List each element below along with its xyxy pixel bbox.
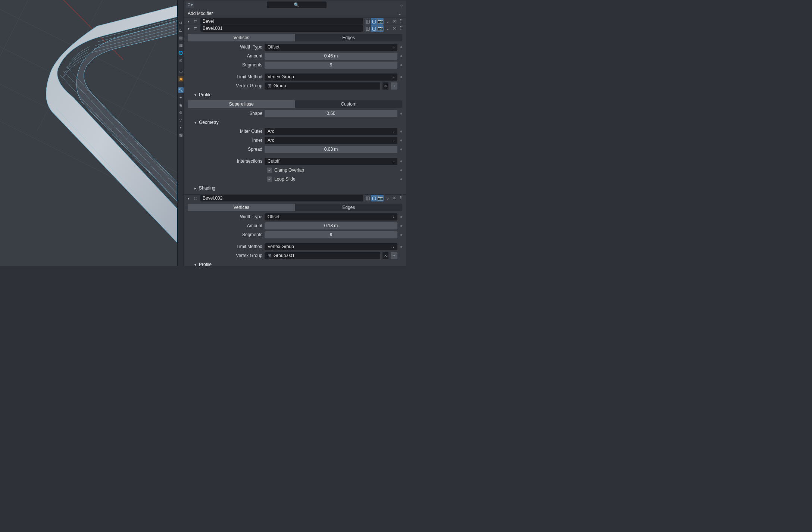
profile-section-toggle[interactable]: ▾Profile <box>188 91 402 99</box>
vertex-group-icon: ⊞ <box>267 83 272 88</box>
mode-edit-icon[interactable]: ◫ <box>365 25 371 32</box>
width-type-dropdown[interactable]: Offset⌄ <box>265 44 397 51</box>
amount-label: Amount <box>188 223 262 228</box>
tab-mesh-icon[interactable]: ▽ <box>178 117 184 123</box>
add-modifier-button[interactable]: Add Modifier ⌄ <box>184 9 406 18</box>
limit-method-dropdown[interactable]: Vertex Group⌄ <box>265 73 397 81</box>
clear-vertex-group-icon[interactable]: ✕ <box>382 82 388 90</box>
viewport-3d[interactable] <box>0 0 177 266</box>
anim-dot-icon[interactable] <box>400 246 402 248</box>
segments-field[interactable]: 9 <box>265 231 397 238</box>
tab-modifiers-icon[interactable]: 🔧 <box>178 87 184 93</box>
loop-slide-label: Loop Slide <box>274 176 296 182</box>
mode-realtime-icon[interactable]: ▢ <box>371 195 377 201</box>
segments-label: Segments <box>188 62 262 68</box>
properties-tab-strip: ⚙ 🗀 ▤ ▦ 🌐 ◎ ▭ ▣ 🔧 ✦ ◉ ⊚ ▽ ● ▩ <box>177 0 184 266</box>
loop-slide-checkbox[interactable] <box>267 176 272 182</box>
modifier-name-input[interactable]: Bevel.001 <box>200 25 363 32</box>
tab-render-icon[interactable]: ⚙ <box>178 20 184 26</box>
anim-dot-icon[interactable] <box>400 55 402 57</box>
inner-dropdown[interactable]: Arc⌄ <box>265 137 397 144</box>
options-chevron-icon[interactable]: ⌄ <box>399 2 404 7</box>
tab-world-icon[interactable]: 🌐 <box>178 50 184 56</box>
shape-field[interactable]: 0.50 <box>265 110 397 117</box>
drag-handle-icon[interactable]: ⠿ <box>399 195 404 201</box>
dropdown-chevron-icon[interactable]: ⌄ <box>385 195 390 201</box>
tab-custom[interactable]: Custom <box>295 100 403 108</box>
modifier-name-input[interactable]: Bevel <box>200 18 363 25</box>
clear-vertex-group-icon[interactable]: ✕ <box>382 252 388 259</box>
delete-modifier-icon[interactable]: ✕ <box>392 25 397 32</box>
modifier-header-bevel002: ▾ ◻ Bevel.002 ◫ ▢ 📷 ⌄ ✕ ⠿ <box>184 194 406 201</box>
tab-object-data-icon[interactable]: ▣ <box>178 76 184 82</box>
pin-button[interactable]: ⚲▾ <box>186 1 194 8</box>
amount-field[interactable]: 0.18 m <box>265 222 397 229</box>
segments-field[interactable]: 9 <box>265 62 397 69</box>
expand-toggle[interactable]: ▸ <box>186 19 191 24</box>
mode-edit-icon[interactable]: ◫ <box>365 18 371 25</box>
width-type-dropdown[interactable]: Offset⌄ <box>265 213 397 220</box>
tab-viewlayer-icon[interactable]: ▤ <box>178 35 184 41</box>
limit-method-dropdown[interactable]: Vertex Group⌄ <box>265 243 397 250</box>
amount-field[interactable]: 0.46 m <box>265 53 397 60</box>
tab-particles-icon[interactable]: ✦ <box>178 95 184 100</box>
anim-dot-icon[interactable] <box>400 76 402 78</box>
anim-dot-icon[interactable] <box>400 216 402 218</box>
expand-toggle[interactable]: ▾ <box>186 196 191 200</box>
search-input[interactable]: 🔍 <box>267 1 327 8</box>
anim-dot-icon[interactable] <box>400 169 402 171</box>
anim-dot-icon[interactable] <box>400 148 402 150</box>
mode-realtime-icon[interactable]: ▢ <box>371 18 377 25</box>
anim-dot-icon[interactable] <box>400 140 402 141</box>
tab-physics-icon[interactable]: ◉ <box>178 102 184 108</box>
clamp-overlap-checkbox[interactable] <box>267 168 272 173</box>
shape-label: Shape <box>188 111 262 116</box>
dropdown-chevron-icon[interactable]: ⌄ <box>385 18 390 25</box>
invert-vertex-group-icon[interactable]: ↔ <box>391 252 397 259</box>
tab-scene-icon[interactable]: ▦ <box>178 43 184 48</box>
tab-collection-icon[interactable]: ◎ <box>178 57 184 63</box>
tab-constraints-icon[interactable]: ⊚ <box>178 110 184 115</box>
mode-render-icon[interactable]: 📷 <box>377 25 384 32</box>
mode-edit-icon[interactable]: ◫ <box>365 195 371 201</box>
anim-dot-icon[interactable] <box>400 160 402 162</box>
spread-field[interactable]: 0.03 m <box>265 146 397 153</box>
expand-toggle[interactable]: ▾ <box>186 26 191 31</box>
delete-modifier-icon[interactable]: ✕ <box>392 195 397 201</box>
drag-handle-icon[interactable]: ⠿ <box>399 25 404 32</box>
tab-edges[interactable]: Edges <box>295 34 403 41</box>
mode-realtime-icon[interactable]: ▢ <box>371 25 377 32</box>
drag-handle-icon[interactable]: ⠿ <box>399 18 404 25</box>
dropdown-chevron-icon[interactable]: ⌄ <box>385 25 390 32</box>
miter-outer-label: Miter Outer <box>188 129 262 134</box>
profile-section-toggle[interactable]: ▾Profile <box>188 260 402 266</box>
anim-dot-icon[interactable] <box>400 46 402 48</box>
tab-vertices[interactable]: Vertices <box>188 204 295 211</box>
bevel-icon: ◻ <box>192 195 199 201</box>
delete-modifier-icon[interactable]: ✕ <box>392 18 397 25</box>
tab-superellipse[interactable]: Superellipse <box>188 100 295 108</box>
intersections-dropdown[interactable]: Cutoff⌄ <box>265 158 397 165</box>
shading-section-toggle[interactable]: ▸Shading <box>188 184 402 192</box>
vertex-group-field[interactable]: ⊞Group.001 <box>265 252 380 259</box>
anim-dot-icon[interactable] <box>400 131 402 132</box>
anim-dot-icon[interactable] <box>400 113 402 115</box>
tab-vertices[interactable]: Vertices <box>188 34 295 41</box>
modifier-name-input[interactable]: Bevel.002 <box>200 195 363 201</box>
anim-dot-icon[interactable] <box>400 178 402 180</box>
anim-dot-icon[interactable] <box>400 234 402 236</box>
tab-material-icon[interactable]: ● <box>178 125 184 130</box>
vertex-group-field[interactable]: ⊞Group <box>265 82 380 90</box>
invert-vertex-group-icon[interactable]: ↔ <box>391 82 397 90</box>
anim-dot-icon[interactable] <box>400 225 402 227</box>
miter-outer-dropdown[interactable]: Arc⌄ <box>265 128 397 135</box>
mode-render-icon[interactable]: 📷 <box>377 18 384 25</box>
tab-edges[interactable]: Edges <box>295 204 403 211</box>
tab-texture-icon[interactable]: ▩ <box>178 132 184 138</box>
tab-object-icon[interactable]: ▭ <box>178 69 184 74</box>
tab-output-icon[interactable]: 🗀 <box>178 28 184 33</box>
mode-render-icon[interactable]: 📷 <box>377 195 384 201</box>
anim-dot-icon[interactable] <box>400 64 402 66</box>
width-type-label: Width Type <box>188 44 262 50</box>
geometry-section-toggle[interactable]: ▾Geometry <box>188 118 402 126</box>
